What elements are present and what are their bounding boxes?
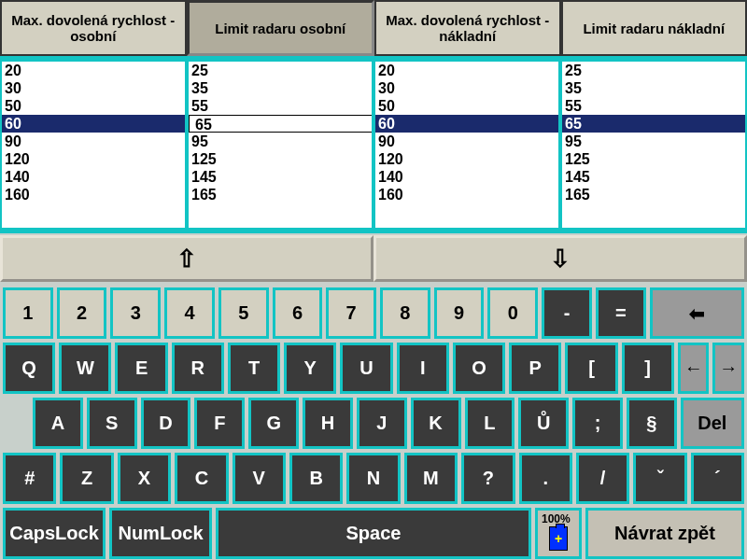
key-M[interactable]: M	[404, 453, 458, 504]
list-item[interactable]: 20	[375, 62, 558, 79]
key-P[interactable]: P	[509, 343, 561, 394]
list-item[interactable]: 125	[562, 150, 745, 168]
key-=[interactable]: =	[596, 287, 646, 339]
key-←[interactable]: ←	[678, 343, 710, 394]
list-item[interactable]: 50	[375, 97, 558, 115]
list-item[interactable]: 165	[189, 186, 372, 203]
key-8[interactable]: 8	[380, 287, 430, 339]
key-⬅[interactable]: ⬅	[650, 287, 744, 339]
list-item[interactable]: 140	[2, 168, 185, 186]
list-item[interactable]: 60	[375, 115, 558, 133]
key-[[interactable]: [	[565, 343, 617, 394]
key-D[interactable]: D	[141, 398, 191, 449]
key-Del[interactable]: Del	[681, 398, 744, 449]
key-?[interactable]: ?	[461, 453, 514, 504]
key-I[interactable]: I	[397, 343, 449, 394]
key-S[interactable]: S	[87, 398, 137, 449]
key-Q[interactable]: Q	[3, 343, 55, 394]
key-´[interactable]: ´	[691, 453, 744, 504]
list-item[interactable]: 90	[375, 133, 558, 150]
key-E[interactable]: E	[115, 343, 167, 394]
list-item[interactable]: 95	[189, 133, 372, 150]
key-B[interactable]: B	[289, 453, 343, 504]
list-item[interactable]: 50	[2, 97, 185, 115]
key-O[interactable]: O	[453, 343, 505, 394]
list-item[interactable]: 30	[2, 79, 185, 97]
key-6[interactable]: 6	[273, 287, 323, 339]
key-/[interactable]: /	[576, 453, 629, 504]
key-X[interactable]: X	[118, 453, 171, 504]
key-5[interactable]: 5	[218, 287, 269, 339]
back-button[interactable]: Návrat zpět	[585, 508, 744, 559]
key-K[interactable]: K	[411, 398, 461, 449]
key-§[interactable]: §	[627, 398, 677, 449]
key-L[interactable]: L	[465, 398, 515, 449]
list-item[interactable]: 145	[562, 168, 745, 186]
list-item[interactable]: 140	[375, 168, 558, 186]
list-item[interactable]: 145	[189, 168, 372, 186]
header-tab-2[interactable]: Max. dovolená rychlost - nákladní	[374, 0, 561, 56]
list-item[interactable]: 120	[2, 150, 185, 168]
key-V[interactable]: V	[233, 453, 286, 504]
key-C[interactable]: C	[175, 453, 228, 504]
key-2[interactable]: 2	[57, 287, 107, 339]
key-U[interactable]: U	[340, 343, 392, 394]
key-N[interactable]: N	[346, 453, 400, 504]
key-F[interactable]: F	[194, 398, 245, 449]
list-column-2[interactable]: 2030506090120140160	[374, 60, 560, 230]
list-item[interactable]: 90	[2, 133, 185, 150]
key--[interactable]: -	[542, 287, 592, 339]
capslock-key[interactable]: CapsLock	[3, 508, 106, 559]
key-#[interactable]: #	[3, 453, 56, 504]
key-J[interactable]: J	[357, 398, 407, 449]
list-item[interactable]: 30	[375, 79, 558, 97]
key-.[interactable]: .	[519, 453, 572, 504]
space-key[interactable]: Space	[216, 508, 531, 559]
up-button[interactable]: ⇧	[0, 235, 374, 282]
list-item[interactable]: 35	[189, 79, 372, 97]
key-H[interactable]: H	[303, 398, 353, 449]
header-tab-3[interactable]: Limit radaru nákladní	[561, 0, 748, 56]
header-tab-0[interactable]: Max. dovolená rychlost - osobní	[0, 0, 187, 56]
list-column-1[interactable]: 2535556595125145165	[187, 60, 374, 230]
key-R[interactable]: R	[172, 343, 224, 394]
key-0[interactable]: 0	[487, 287, 538, 339]
key-Z[interactable]: Z	[60, 453, 113, 504]
list-item[interactable]: 65	[562, 115, 745, 133]
down-button[interactable]: ⇩	[374, 235, 747, 282]
numlock-key[interactable]: NumLock	[109, 508, 212, 559]
list-column-0[interactable]: 2030506090120140160	[0, 60, 187, 230]
list-item[interactable]: 165	[562, 186, 745, 203]
list-column-3[interactable]: 2535556595125145165	[560, 60, 747, 230]
list-item[interactable]: 65	[189, 115, 374, 133]
key-4[interactable]: 4	[164, 287, 215, 339]
key-Y[interactable]: Y	[284, 343, 336, 394]
list-item[interactable]: 95	[562, 133, 745, 150]
key-][interactable]: ]	[622, 343, 674, 394]
list-item[interactable]: 120	[375, 150, 558, 168]
key-3[interactable]: 3	[110, 287, 161, 339]
key-9[interactable]: 9	[434, 287, 485, 339]
list-item[interactable]: 160	[2, 186, 185, 203]
list-item[interactable]: 25	[189, 62, 372, 79]
key-A[interactable]: A	[33, 398, 83, 449]
key-1[interactable]: 1	[3, 287, 53, 339]
key-;[interactable]: ;	[572, 398, 623, 449]
header-tab-1[interactable]: Limit radaru osobní	[187, 0, 375, 56]
list-item[interactable]: 20	[2, 62, 185, 79]
key-Ů[interactable]: Ů	[518, 398, 569, 449]
key-→[interactable]: →	[712, 343, 744, 394]
list-item[interactable]: 125	[189, 150, 372, 168]
key-W[interactable]: W	[59, 343, 111, 394]
list-item[interactable]: 35	[562, 79, 745, 97]
battery-icon: +	[549, 526, 568, 551]
key-G[interactable]: G	[248, 398, 299, 449]
list-item[interactable]: 60	[2, 115, 185, 133]
list-item[interactable]: 25	[562, 62, 745, 79]
key-7[interactable]: 7	[326, 287, 376, 339]
list-item[interactable]: 55	[189, 97, 372, 115]
key-T[interactable]: T	[228, 343, 280, 394]
key-ˇ[interactable]: ˇ	[633, 453, 686, 504]
list-item[interactable]: 55	[562, 97, 745, 115]
list-item[interactable]: 160	[375, 186, 558, 203]
